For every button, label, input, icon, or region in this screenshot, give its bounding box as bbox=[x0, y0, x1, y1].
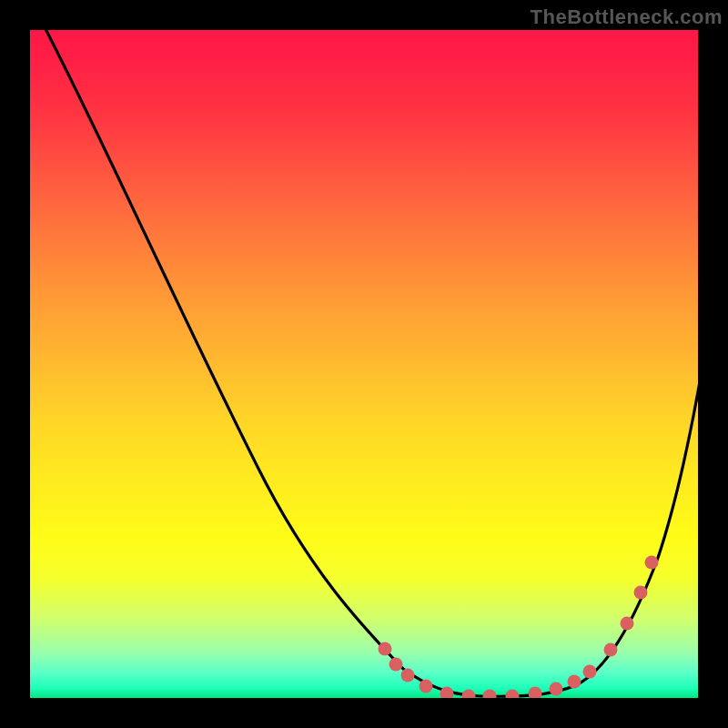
curve-marker bbox=[420, 680, 433, 693]
curve-marker bbox=[401, 669, 415, 682]
curve-marker bbox=[568, 675, 581, 689]
marker-group bbox=[379, 556, 659, 699]
curve-marker bbox=[645, 556, 659, 570]
bottleneck-curve-svg bbox=[30, 30, 698, 698]
curve-marker bbox=[483, 690, 497, 699]
curve-marker bbox=[604, 643, 618, 657]
curve-marker bbox=[389, 658, 403, 672]
chart-area bbox=[30, 30, 698, 698]
curve-marker bbox=[634, 586, 648, 600]
curve-marker bbox=[462, 690, 476, 699]
bottleneck-curve bbox=[44, 30, 698, 696]
watermark: TheBottleneck.com bbox=[531, 5, 723, 29]
curve-marker bbox=[621, 617, 634, 631]
curve-marker bbox=[379, 642, 392, 656]
curve-marker bbox=[529, 687, 542, 699]
curve-marker bbox=[506, 690, 520, 699]
curve-marker bbox=[583, 665, 597, 679]
curve-marker bbox=[550, 682, 563, 696]
